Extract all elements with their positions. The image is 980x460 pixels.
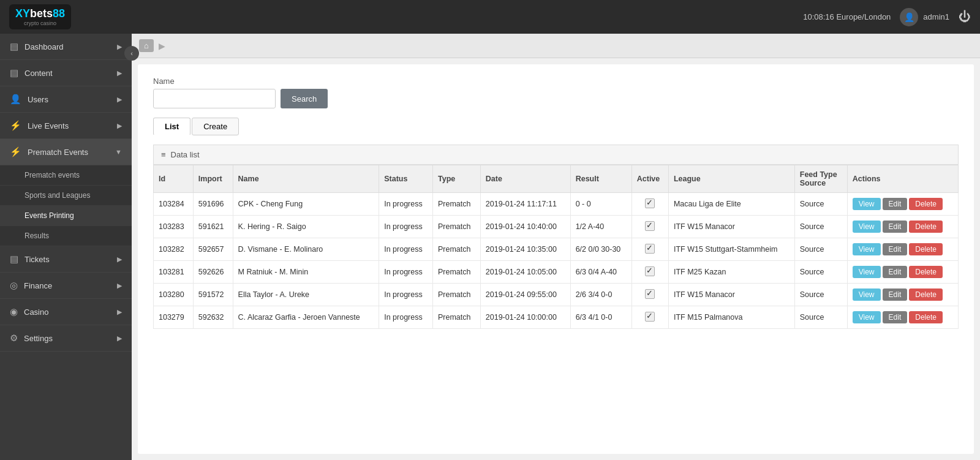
view-button[interactable]: View xyxy=(853,266,881,278)
view-button[interactable]: View xyxy=(853,221,881,233)
lightning-icon: ⚡ xyxy=(10,120,21,131)
logo: XYbets88 crypto casino xyxy=(9,4,71,29)
submenu-item-results[interactable]: Results xyxy=(0,226,132,246)
logo-box: XYbets88 crypto casino xyxy=(9,4,71,29)
cell-result: 1/2 A-40 xyxy=(570,216,631,238)
username: admin1 xyxy=(923,12,949,21)
col-header-type: Type xyxy=(432,165,480,193)
cell-result: 2/6 3/4 0-0 xyxy=(570,284,631,306)
edit-button[interactable]: Edit xyxy=(883,266,908,278)
logo-sub: crypto casino xyxy=(24,20,56,26)
sidebar-label: Tickets xyxy=(24,255,50,264)
chevron-right-icon: ▶ xyxy=(117,308,122,316)
sidebar-item-live-events[interactable]: ⚡ Live Events ▶ xyxy=(0,113,132,139)
submenu-item-events-printing[interactable]: Events Printing xyxy=(0,206,132,226)
view-button[interactable]: View xyxy=(853,288,881,301)
action-buttons: View Edit Delete xyxy=(853,198,953,210)
chevron-right-icon: ▶ xyxy=(117,122,122,130)
cell-actions: View Edit Delete xyxy=(847,216,958,238)
search-button[interactable]: Search xyxy=(281,89,328,108)
avatar: 👤 xyxy=(900,8,918,26)
edit-button[interactable]: Edit xyxy=(883,311,908,323)
sidebar-toggle-button[interactable]: ‹ xyxy=(124,46,139,61)
sidebar: ▤ Dashboard ▶ ▤ Content ▶ 👤 Users ▶ ⚡ Li… xyxy=(0,34,132,460)
view-button[interactable]: View xyxy=(853,198,881,210)
tab-list[interactable]: List xyxy=(153,118,190,135)
table-row: 103280 591572 Ella Taylor - A. Ureke In … xyxy=(154,284,959,306)
chevron-right-icon: ▶ xyxy=(117,282,122,290)
delete-button[interactable]: Delete xyxy=(909,266,943,278)
delete-button[interactable]: Delete xyxy=(909,221,943,233)
sidebar-label: Content xyxy=(24,69,53,78)
active-checkbox xyxy=(645,289,655,299)
sidebar-label: Finance xyxy=(24,281,52,290)
sidebar-item-prematch-events[interactable]: ⚡ Prematch Events ▼ xyxy=(0,139,132,165)
cell-date: 2019-01-24 10:35:00 xyxy=(480,238,570,261)
delete-button[interactable]: Delete xyxy=(909,198,943,210)
sidebar-item-content[interactable]: ▤ Content ▶ xyxy=(0,60,132,86)
cell-name: C. Alcaraz Garfia - Jeroen Vanneste xyxy=(233,306,379,329)
sidebar-item-casino[interactable]: ◉ Casino ▶ xyxy=(0,299,132,325)
cell-id: 103281 xyxy=(154,261,194,284)
topbar-time: 10:08:16 Europe/London xyxy=(803,12,891,21)
sidebar-item-users[interactable]: 👤 Users ▶ xyxy=(0,86,132,113)
cell-import: 592632 xyxy=(193,306,233,329)
chevron-right-icon: ▶ xyxy=(117,96,122,104)
cell-id: 103284 xyxy=(154,193,194,216)
data-table: Id Import Name Status Type Date Result A… xyxy=(153,165,959,329)
cell-status: In progress xyxy=(379,261,433,284)
view-button[interactable]: View xyxy=(853,243,881,255)
cell-actions: View Edit Delete xyxy=(847,284,958,306)
tabs-row: List Create xyxy=(153,118,959,135)
edit-button[interactable]: Edit xyxy=(883,221,908,233)
cell-league: ITF W15 Stuttgart-Stammheim xyxy=(668,238,794,261)
cell-id: 103283 xyxy=(154,216,194,238)
cell-type: Prematch xyxy=(432,284,480,306)
chevron-right-icon: ▶ xyxy=(117,69,122,77)
delete-button[interactable]: Delete xyxy=(909,311,943,323)
edit-button[interactable]: Edit xyxy=(883,288,908,301)
sidebar-item-finance[interactable]: ◎ Finance ▶ xyxy=(0,273,132,299)
cell-result: 6/2 0/0 30-30 xyxy=(570,238,631,261)
cell-result: 6/3 0/4 A-40 xyxy=(570,261,631,284)
cell-league: ITF W15 Manacor xyxy=(668,216,794,238)
search-input[interactable] xyxy=(153,89,276,108)
table-row: 103279 592632 C. Alcaraz Garfia - Jeroen… xyxy=(154,306,959,329)
dashboard-icon: ▤ xyxy=(10,41,18,52)
cell-name: M Ratniuk - M. Minin xyxy=(233,261,379,284)
main-layout: ▤ Dashboard ▶ ▤ Content ▶ 👤 Users ▶ ⚡ Li… xyxy=(0,34,980,460)
col-header-league: League xyxy=(668,165,794,193)
tab-create[interactable]: Create xyxy=(192,118,239,135)
sidebar-item-tickets[interactable]: ▤ Tickets ▶ xyxy=(0,246,132,273)
chevron-right-icon: ▶ xyxy=(117,43,122,51)
delete-button[interactable]: Delete xyxy=(909,288,943,301)
view-button[interactable]: View xyxy=(853,311,881,323)
chevron-down-icon: ▼ xyxy=(115,148,122,156)
edit-button[interactable]: Edit xyxy=(883,243,908,255)
cell-feed-type: Source xyxy=(794,216,847,238)
cell-import: 591572 xyxy=(193,284,233,306)
cell-date: 2019-01-24 10:00:00 xyxy=(480,306,570,329)
submenu-item-sports-and-leagues[interactable]: Sports and Leagues xyxy=(0,186,132,206)
breadcrumb-home[interactable]: ⌂ xyxy=(139,39,154,52)
breadcrumb-bar: ⌂ ▶ xyxy=(132,34,980,58)
topbar-right: 10:08:16 Europe/London 👤 admin1 ⏻ xyxy=(803,8,971,26)
logout-icon[interactable]: ⏻ xyxy=(959,10,971,24)
topbar: XYbets88 crypto casino 10:08:16 Europe/L… xyxy=(0,0,980,34)
content-icon: ▤ xyxy=(10,67,18,78)
delete-button[interactable]: Delete xyxy=(909,243,943,255)
edit-button[interactable]: Edit xyxy=(883,198,908,210)
cell-feed-type: Source xyxy=(794,193,847,216)
cell-id: 103279 xyxy=(154,306,194,329)
table-row: 103284 591696 CPK - Cheng Fung In progre… xyxy=(154,193,959,216)
prematch-submenu: Prematch events Sports and Leagues Event… xyxy=(0,165,132,246)
sidebar-item-settings[interactable]: ⚙ Settings ▶ xyxy=(0,325,132,352)
table-row: 103282 592657 D. Vismane - E. Molinaro I… xyxy=(154,238,959,261)
col-header-import: Import xyxy=(193,165,233,193)
sidebar-label: Prematch Events xyxy=(28,148,88,157)
sidebar-label: Settings xyxy=(24,334,53,343)
sidebar-label: Users xyxy=(28,95,48,104)
cell-import: 592626 xyxy=(193,261,233,284)
sidebar-item-dashboard[interactable]: ▤ Dashboard ▶ xyxy=(0,34,132,60)
submenu-item-prematch-events[interactable]: Prematch events xyxy=(0,165,132,186)
